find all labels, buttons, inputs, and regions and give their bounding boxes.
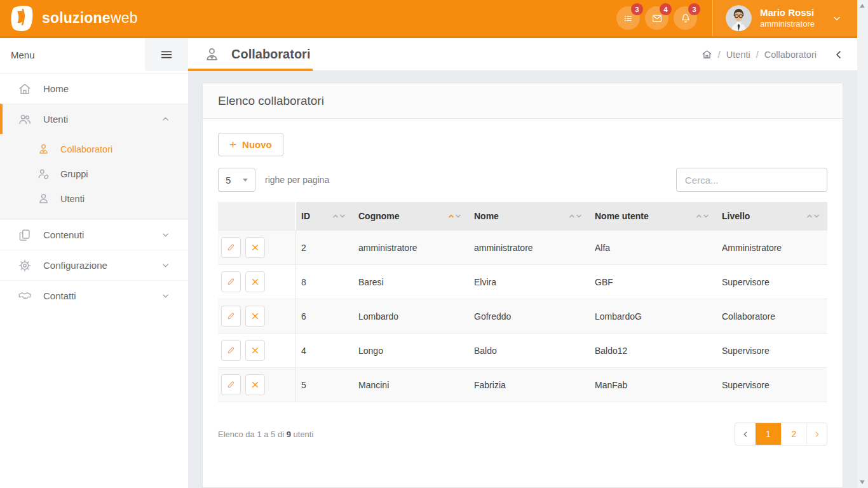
row-actions: [218, 231, 296, 264]
cell-id: 5: [296, 368, 353, 402]
row-actions: [218, 265, 296, 299]
delete-button[interactable]: [245, 306, 265, 327]
cell-nome: Baldo: [469, 334, 590, 367]
close-icon: [250, 380, 260, 390]
gear-icon: [18, 259, 32, 273]
cell-id: 2: [296, 231, 353, 264]
rows-per-page-select[interactable]: 5: [218, 168, 255, 192]
tasks-count-badge: 3: [631, 3, 643, 15]
cell-livello: Collaboratore: [717, 299, 827, 333]
edit-button[interactable]: [221, 374, 241, 395]
delete-button[interactable]: [245, 237, 265, 258]
cell-nome-utente: ManFab: [590, 368, 717, 402]
user-menu[interactable]: Mario Rossi amministratore: [712, 0, 857, 36]
sort-icons: [806, 213, 820, 219]
vertical-scrollbar[interactable]: [857, 0, 868, 488]
search-input[interactable]: [676, 168, 827, 192]
submenu-item-label: Gruppi: [60, 169, 88, 179]
next-page-button[interactable]: [806, 423, 827, 445]
task-list-icon: [623, 13, 634, 24]
cell-livello: Supervisore: [717, 368, 827, 402]
table-row: 6 Lombardo Gofreddo LombardoG Collaborat…: [218, 299, 827, 333]
mail-icon: [651, 13, 663, 24]
breadcrumb-collaboratori[interactable]: Collaboratori: [764, 50, 817, 60]
page-title: Collaboratori: [231, 47, 310, 62]
cell-id: 6: [296, 299, 353, 333]
column-header-livello[interactable]: Livello: [717, 202, 827, 230]
messages-count-badge: 4: [660, 3, 672, 15]
breadcrumb-collapse-button[interactable]: [833, 48, 847, 62]
scroll-down-arrow[interactable]: [860, 480, 865, 484]
sort-asc-icon: [569, 213, 575, 219]
user-tag-icon: [37, 167, 50, 180]
sidebar-item-configurazione[interactable]: Configurazione: [0, 250, 188, 280]
soluzioneweb-logo-icon: [8, 4, 36, 32]
scroll-up-arrow[interactable]: [860, 4, 865, 8]
sidebar-item-contatti[interactable]: Contatti: [0, 280, 188, 311]
sidebar-item-utenti[interactable]: Utenti: [0, 104, 188, 134]
column-header-cognome[interactable]: Cognome: [353, 202, 469, 230]
edit-button[interactable]: [221, 237, 241, 258]
sort-desc-icon: [455, 213, 461, 219]
column-header-nome[interactable]: Nome: [469, 202, 590, 230]
user-info: Mario Rossi amministratore: [760, 7, 815, 29]
cell-livello: Supervisore: [717, 265, 827, 299]
delete-button[interactable]: [245, 271, 265, 292]
row-actions: [218, 368, 296, 402]
user-name: Mario Rossi: [760, 7, 815, 19]
rows-per-page-label: righe per pagina: [265, 175, 329, 185]
sidebar-item-utenti-sub[interactable]: Utenti: [0, 186, 188, 211]
card-body: + Nuovo 5 righe per pagina: [203, 119, 843, 476]
cell-nome-utente: Alfa: [590, 231, 717, 264]
new-collaborator-button[interactable]: + Nuovo: [218, 133, 283, 156]
breadcrumb-separator: /: [756, 50, 759, 60]
tasks-button[interactable]: 3: [616, 6, 640, 30]
sort-desc-icon: [703, 213, 709, 219]
sidebar-item-contenuti[interactable]: Contenuti: [0, 219, 188, 250]
cell-nome: Elvira: [469, 265, 590, 299]
plus-icon: +: [229, 138, 236, 152]
edit-button[interactable]: [221, 340, 241, 361]
alerts-count-badge: 3: [688, 3, 700, 15]
top-bar: soluzioneweb 3 4 3 Mario: [0, 0, 857, 38]
bell-icon: [680, 13, 691, 24]
sidebar-item-collaboratori[interactable]: Collaboratori: [0, 137, 188, 161]
cell-nome-utente: LombardoG: [590, 299, 717, 333]
page-button-2[interactable]: 2: [781, 423, 806, 445]
cell-id: 8: [296, 265, 353, 299]
chevron-left-icon: [833, 49, 844, 60]
cell-cognome: Baresi: [353, 265, 469, 299]
row-actions: [218, 299, 296, 333]
alerts-button[interactable]: 3: [674, 6, 697, 30]
sidebar-item-gruppi[interactable]: Gruppi: [0, 161, 188, 186]
user-role: amministratore: [760, 19, 815, 29]
page-button-1[interactable]: 1: [756, 423, 781, 445]
pages-icon: [18, 228, 32, 242]
column-header-id[interactable]: ID: [296, 202, 353, 230]
total-count: 9: [287, 430, 291, 439]
delete-button[interactable]: [245, 340, 265, 361]
chevron-down-icon: [832, 13, 842, 24]
sidebar: Menu Home Utenti Collaboratori: [0, 38, 188, 488]
edit-button[interactable]: [221, 271, 241, 292]
chevron-right-icon: [813, 430, 821, 438]
brand-logo[interactable]: soluzioneweb: [0, 4, 138, 32]
caret-down-icon: [243, 179, 248, 182]
brand-wordmark: soluzioneweb: [42, 10, 138, 27]
breadcrumb-utenti[interactable]: Utenti: [726, 50, 750, 60]
pencil-icon: [226, 243, 236, 252]
delete-button[interactable]: [245, 374, 265, 395]
column-header-nome-utente[interactable]: Nome utente: [590, 202, 717, 230]
sidebar-header: Menu: [0, 38, 188, 71]
previous-page-button[interactable]: [735, 423, 756, 445]
sidebar-toggle-button[interactable]: [145, 38, 188, 71]
home-icon[interactable]: [702, 49, 712, 60]
submenu-item-label: Collaboratori: [60, 144, 112, 154]
messages-button[interactable]: 4: [645, 6, 668, 30]
edit-button[interactable]: [221, 306, 241, 327]
sort-icons: [569, 213, 582, 219]
cell-livello: Amministratore: [717, 231, 827, 264]
sidebar-item-home[interactable]: Home: [0, 73, 188, 104]
chevron-down-icon: [161, 291, 170, 301]
sort-asc-icon: [806, 213, 813, 219]
